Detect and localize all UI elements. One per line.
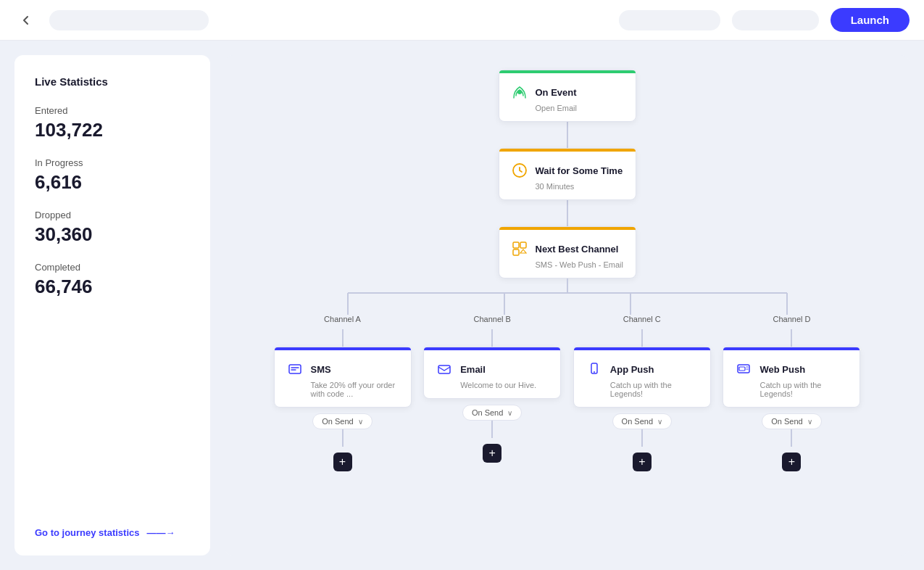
stat-in-progress: In Progress 6,616 <box>35 157 190 194</box>
sms-top-bar <box>275 347 411 350</box>
web-push-on-send[interactable]: On Send ∨ <box>762 413 821 429</box>
web-push-header: Web Push <box>733 359 849 379</box>
email-chevron-icon: ∨ <box>507 409 512 417</box>
connector-2-3 <box>567 200 568 226</box>
branch-a-v-connector-2 <box>342 429 344 447</box>
stat-entered: Entered 103,722 <box>35 105 190 141</box>
branch-d-v-connector-2 <box>791 429 792 447</box>
sidebar-title: Live Statistics <box>35 75 190 88</box>
stat-dropped-label: Dropped <box>35 210 190 220</box>
launch-button[interactable]: Launch <box>831 8 910 32</box>
svg-rect-3 <box>520 242 526 248</box>
next-best-icon <box>509 239 530 259</box>
branch-c-v-connector-2 <box>641 429 643 447</box>
go-journey-link[interactable]: Go to journey statistics ——→ <box>35 527 190 538</box>
branch-c: Channel C App Push <box>570 315 715 471</box>
svg-rect-2 <box>513 242 519 248</box>
stat-completed: Completed 66,746 <box>35 262 190 298</box>
email-add-button[interactable]: + <box>483 444 501 463</box>
app-push-top-bar <box>574 347 710 350</box>
app-push-subtitle: Catch up with the Legends! <box>610 381 700 398</box>
next-best-node[interactable]: Next Best Channel SMS - Web Push - Email <box>499 226 636 278</box>
app-push-add-button[interactable]: + <box>633 453 652 471</box>
go-journey-arrow: ——→ <box>146 527 175 538</box>
email-top-bar <box>424 347 560 350</box>
wait-icon <box>509 160 530 181</box>
branches-row: Channel A SMS <box>270 315 865 471</box>
web-push-chevron-icon: ∨ <box>807 418 812 426</box>
go-journey-label: Go to journey statistics <box>35 527 139 538</box>
app-push-on-send-label: On Send <box>622 417 653 426</box>
branch-c-label: Channel C <box>623 315 661 323</box>
svg-rect-17 <box>739 367 745 371</box>
email-on-send[interactable]: On Send ∨ <box>462 405 522 421</box>
svg-marker-5 <box>520 249 526 253</box>
email-title: Email <box>460 364 486 375</box>
sms-header: SMS <box>285 359 401 379</box>
web-push-icon <box>733 359 754 379</box>
next-best-top-bar <box>499 227 636 230</box>
web-push-add-button[interactable]: + <box>782 453 801 471</box>
stat-completed-value: 66,746 <box>35 276 190 298</box>
app-push-node[interactable]: App Push Catch up with the Legends! <box>573 347 711 408</box>
header-title-pill <box>49 10 209 30</box>
main-area: Live Statistics Entered 103,722 In Progr… <box>0 41 924 570</box>
svg-rect-4 <box>513 249 519 255</box>
svg-rect-13 <box>438 365 450 373</box>
branch-b-v-connector-2 <box>491 421 493 438</box>
on-event-node[interactable]: On Event Open Email <box>499 70 636 122</box>
branch-connector <box>270 278 865 315</box>
back-button[interactable] <box>14 9 38 32</box>
svg-rect-12 <box>289 365 301 373</box>
branch-b-label: Channel B <box>473 315 510 323</box>
stat-in-progress-label: In Progress <box>35 157 190 168</box>
wait-top-bar <box>499 149 636 152</box>
web-push-node[interactable]: Web Push Catch up with the Legends! <box>723 347 860 408</box>
email-header: Email <box>434 359 550 379</box>
on-event-header: On Event <box>509 82 625 102</box>
stat-entered-label: Entered <box>35 105 190 116</box>
branch-svg <box>270 278 865 315</box>
sms-title: SMS <box>311 364 331 375</box>
sms-chevron-icon: ∨ <box>358 418 363 426</box>
on-event-subtitle: Open Email <box>536 104 625 112</box>
wait-node[interactable]: Wait for Some Time 30 Minutes <box>499 148 636 200</box>
next-best-subtitle: SMS - Web Push - Email <box>536 260 625 269</box>
email-node[interactable]: Email Welcome to our Hive. <box>423 347 561 399</box>
branch-d-label: Channel D <box>773 315 810 323</box>
on-event-top-bar <box>499 70 636 73</box>
app-push-on-send[interactable]: On Send ∨ <box>612 413 672 429</box>
app-push-header: App Push <box>584 359 700 379</box>
wait-title: Wait for Some Time <box>536 165 623 176</box>
web-push-on-send-label: On Send <box>771 417 802 426</box>
email-on-send-label: On Send <box>472 408 503 417</box>
email-icon <box>434 359 454 379</box>
next-best-title: Next Best Channel <box>536 244 619 255</box>
sms-node[interactable]: SMS Take 20% off your order with code ..… <box>274 347 412 408</box>
web-push-title: Web Push <box>759 364 805 375</box>
header-action-pill-1[interactable] <box>619 10 720 30</box>
branch-d-v-connector <box>791 329 792 347</box>
wait-subtitle: 30 Minutes <box>536 182 625 191</box>
connector-1-2 <box>567 122 568 148</box>
sms-add-button[interactable]: + <box>333 453 352 471</box>
on-event-icon <box>509 82 530 102</box>
stat-dropped-value: 30,360 <box>35 223 190 246</box>
sms-icon <box>285 359 305 379</box>
branch-a-label: Channel A <box>324 315 361 323</box>
branch-d: Channel D <box>719 315 864 471</box>
stat-in-progress-value: 6,616 <box>35 171 190 194</box>
branch-b-v-connector <box>491 329 493 347</box>
stat-dropped: Dropped 30,360 <box>35 210 190 246</box>
app-push-chevron-icon: ∨ <box>657 418 662 426</box>
branch-a: Channel A SMS <box>270 315 415 471</box>
header-action-pill-2[interactable] <box>732 10 819 30</box>
sms-subtitle: Take 20% off your order with code ... <box>311 381 401 398</box>
stat-entered-value: 103,722 <box>35 119 190 141</box>
branch-c-v-connector <box>641 329 643 347</box>
app-push-icon <box>584 359 604 379</box>
sms-on-send[interactable]: On Send ∨ <box>312 413 372 429</box>
next-best-header: Next Best Channel <box>509 239 625 259</box>
on-event-title: On Event <box>536 87 577 98</box>
wait-header: Wait for Some Time <box>509 160 625 181</box>
